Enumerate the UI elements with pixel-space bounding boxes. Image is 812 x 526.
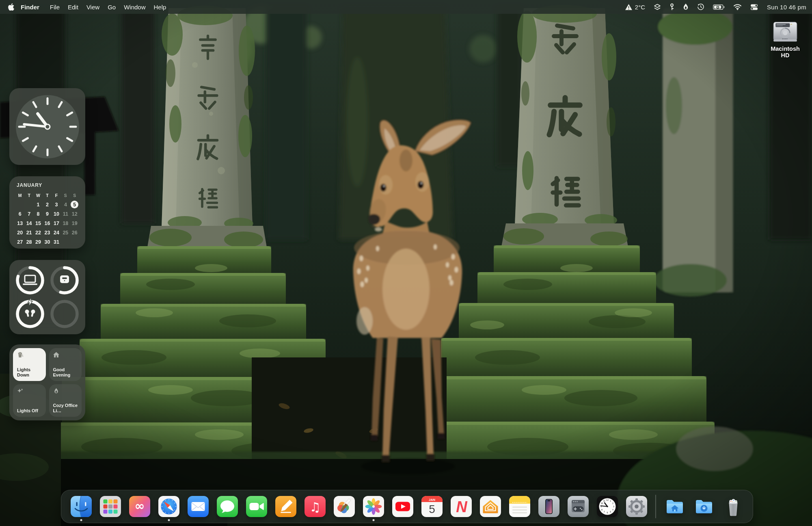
scene-label: Lights Down [17,367,43,378]
wallpaper-deer-shrine [0,0,812,526]
dock-news[interactable]: N [451,496,472,517]
calendar-day: 12 [70,209,79,219]
menu-bar: Finder FileEditViewGoWindowHelp 2°C [0,0,812,14]
calendar-day: 10 [52,209,61,219]
dock-music[interactable]: ♫ [304,496,326,517]
scene-cozy-office-li[interactable]: Cozy Office Li… [49,384,82,417]
dock-messages[interactable] [217,496,238,517]
battery-ring-empty-slot [48,297,82,331]
dock-facetime[interactable] [246,496,267,517]
calendar-day [15,200,24,209]
dock-youtube[interactable] [392,496,413,517]
calendar-day: 1 [34,200,43,209]
calendar-day: 28 [24,237,33,247]
dock-photos[interactable] [363,496,384,517]
dock-safari[interactable] [158,496,179,517]
calendar-weekday: M [15,190,24,200]
svg-text:8: 8 [601,509,603,511]
calendar-day: 31 [52,237,61,247]
battery-ring-airpods-case [48,263,82,297]
stacked-layers-icon[interactable] [654,4,661,11]
calendar-day: 6 [15,209,24,219]
calendar-day: 2 [43,200,52,209]
weather-temp: 2°C [635,4,645,11]
battery-charging-icon[interactable] [713,4,725,10]
app-menus: FileEditViewGoWindowHelp [42,4,166,11]
calendar-day: 18 [61,219,70,228]
svg-text:♫: ♫ [309,500,321,514]
svg-text:11: 11 [603,500,605,502]
scene-lights-down[interactable]: Lights Down [13,348,46,381]
calendar-day: 21 [24,228,33,237]
calendar-weekday: F [52,190,61,200]
menu-edit[interactable]: Edit [68,4,78,11]
dock-calendar[interactable]: JAN5 [421,496,443,517]
calendar-weekday: T [24,190,33,200]
home-scenes-widget: Lights DownGood EveningLights OffCozy Of… [9,344,85,420]
calendar-weekday: W [34,190,43,200]
dock-iphone-mirroring[interactable] [538,496,559,517]
scene-lights-off[interactable]: Lights Off [13,384,46,417]
weather-status[interactable]: 2°C [625,4,645,11]
calendar-day: 3 [52,200,61,209]
flame-icon [53,389,60,396]
dock-downloads-folder[interactable] [693,496,715,517]
scene-good-evening[interactable]: Good Evening [49,348,82,381]
drive-label: Macintosh HD [766,45,805,58]
dock-pages[interactable] [275,496,296,517]
dock-games[interactable] [568,496,589,517]
svg-text:5: 5 [610,511,611,513]
sparkles-icon [17,389,24,396]
scene-label: Lights Off [17,408,43,413]
calendar-weekday: S [70,190,79,200]
menu-help[interactable]: Help [154,4,166,11]
control-center-icon[interactable] [750,4,758,11]
dock-home[interactable] [480,496,501,517]
house-icon [53,353,60,359]
svg-text:10: 10 [600,502,603,504]
svg-text:7: 7 [603,511,605,513]
dock-notes[interactable] [509,496,530,517]
calendar-day: 8 [34,209,43,219]
svg-text:3: 3 [613,505,614,508]
dock-finder[interactable] [71,496,92,517]
svg-text:12: 12 [606,499,609,501]
svg-text:4: 4 [612,509,613,511]
time-machine-icon[interactable] [697,3,704,11]
calendar-day [61,237,70,247]
batteries-widget[interactable] [9,260,85,334]
svg-text:1: 1 [610,500,611,502]
menu-go[interactable]: Go [108,4,116,11]
calendar-widget[interactable]: JANUARY MTWTFSS1234567891011121314151617… [9,176,85,249]
dock-pixelmator[interactable] [334,496,355,517]
calendar-day: 27 [15,237,24,247]
calendar-day [24,200,33,209]
dock-settings[interactable] [626,496,647,517]
widget-stack: JANUARY MTWTFSS1234567891011121314151617… [9,88,85,420]
apple-menu-icon[interactable] [8,3,14,11]
menu-view[interactable]: View [86,4,99,11]
svg-text:N: N [456,498,468,515]
dock-mail[interactable] [188,496,209,517]
clock-widget[interactable] [9,88,85,165]
dock-home-folder[interactable] [664,496,685,517]
calendar-day: 4 [61,200,70,209]
dock-infuse[interactable]: ∞ [129,496,150,517]
dock: ∞♫JAN5N121234567891011 [61,490,753,523]
menu-bar-clock[interactable]: Sun 10 46 pm [767,4,806,11]
dock-clock[interactable]: 121234567891011 [597,496,618,517]
flame-icon[interactable] [683,3,689,11]
dock-launchpad[interactable] [100,496,121,517]
menu-file[interactable]: File [50,4,60,11]
desktop-icon-macintosh-hd[interactable]: Macintosh HD [766,21,805,58]
calendar-day: 7 [24,209,33,219]
svg-text:2: 2 [612,502,613,504]
menu-window[interactable]: Window [124,4,145,11]
active-app-name[interactable]: Finder [21,4,39,11]
dock-separator [655,495,656,518]
key-icon[interactable] [669,3,674,11]
svg-text:5: 5 [429,503,435,515]
dock-trash[interactable] [723,496,744,517]
wifi-icon[interactable] [733,4,742,10]
calendar-day: 16 [43,219,52,228]
